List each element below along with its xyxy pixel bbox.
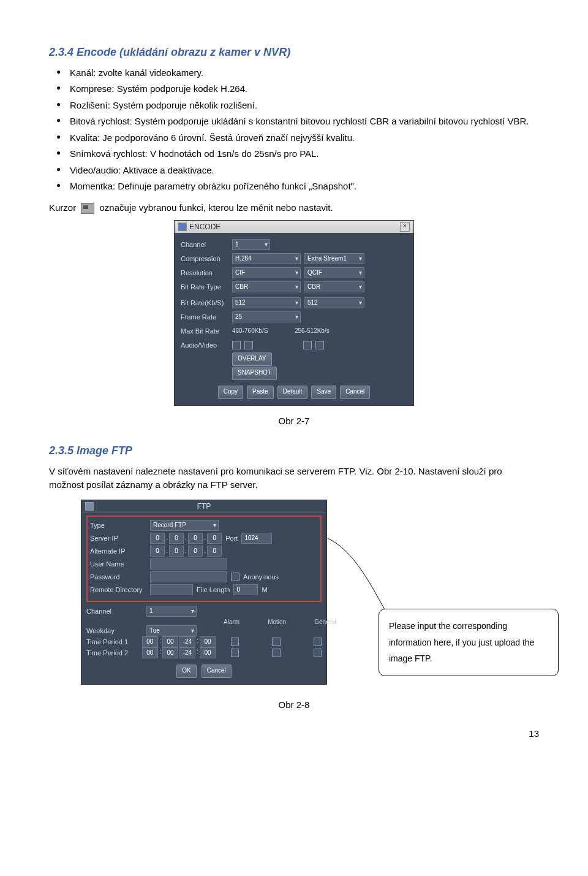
ftp-title: FTP (197, 502, 211, 511)
copy-button[interactable]: Copy (218, 386, 243, 399)
tp2-h2[interactable]: -24 (179, 647, 195, 658)
ftp-highlight-box: Type Record FTP Server IP 0. 0. 0. 0 Por… (86, 516, 322, 602)
ip-seg[interactable]: 0 (169, 546, 184, 557)
ip-seg[interactable]: 0 (150, 546, 165, 557)
ip-seg[interactable]: 0 (169, 533, 184, 544)
dd-bitrate2[interactable]: 512 (304, 297, 364, 308)
paste-button[interactable]: Paste (247, 386, 274, 399)
tp2-alarm-chk[interactable] (231, 649, 239, 657)
cursor-text-post: označuje vybranou funkci, kterou lze měn… (100, 202, 333, 213)
lbl-serverip: Server IP (90, 535, 146, 542)
dd-channel[interactable]: 1 (232, 239, 270, 250)
chk-av2[interactable] (244, 341, 253, 349)
chk-av4[interactable] (315, 341, 324, 349)
serverip-input[interactable]: 0. 0. 0. 0 (150, 533, 222, 544)
save-button[interactable]: Save (311, 386, 336, 399)
lbl-framerate: Frame Rate (181, 313, 228, 321)
lbl-password: Password (90, 573, 146, 581)
fig-caption-27: Obr 2-7 (49, 416, 539, 426)
lbl-username: User Name (90, 560, 146, 568)
tp1-m2[interactable]: 00 (200, 636, 216, 647)
dd-resolution2[interactable]: QCIF (304, 267, 364, 278)
tp2-m2[interactable]: 00 (200, 647, 216, 658)
bullet-item: Kanál: zvolte kanál videokamery. (56, 66, 539, 80)
default-button[interactable]: Default (277, 386, 308, 399)
lbl-ftp-channel: Channel (86, 607, 143, 615)
tp1-alarm-chk[interactable] (231, 638, 239, 646)
username-input[interactable] (150, 558, 227, 569)
dd-framerate[interactable]: 25 (232, 311, 301, 322)
ip-seg[interactable]: 0 (207, 533, 222, 544)
dd-brtype2[interactable]: CBR (304, 281, 364, 292)
val-maxbr: 480-760Kb/S (232, 327, 291, 334)
section-235-title: 2.3.5 Image FTP (49, 444, 539, 457)
lbl-maxbr: Max Bit Rate (181, 327, 228, 335)
bullet-item: Bitová rychlost: Systém podporuje ukládá… (56, 115, 539, 129)
tp1-h2[interactable]: -24 (179, 636, 195, 647)
tp2-m1[interactable]: 00 (162, 647, 178, 658)
dd-resolution[interactable]: CIF (232, 267, 301, 278)
overlay-button[interactable]: OVERLAY (232, 352, 272, 366)
chk-av1[interactable] (232, 341, 241, 349)
anon-checkbox[interactable] (231, 573, 239, 581)
lbl-compression: Compression (181, 255, 228, 262)
ip-seg[interactable]: 0 (188, 533, 203, 544)
ip-seg[interactable]: 0 (188, 546, 203, 557)
ip-seg[interactable]: 0 (207, 546, 222, 557)
tp1-motion-chk[interactable] (272, 638, 280, 646)
lbl-av: Audio/Video (181, 341, 228, 349)
ftp-title-icon (85, 502, 94, 511)
section-235-text: V síťovém nastavení naleznete nastavení … (49, 465, 539, 492)
password-input[interactable] (150, 571, 227, 582)
tp1-m1[interactable]: 00 (162, 636, 178, 647)
ok-button[interactable]: OK (176, 665, 196, 678)
page-number: 13 (49, 728, 539, 739)
encode-dialog: ENCODE × Channel 1 Compression H.264 Ext… (174, 220, 414, 406)
dd-ftp-type[interactable]: Record FTP (150, 520, 219, 531)
chk-av3[interactable] (303, 341, 312, 349)
filelen-input[interactable]: 0 (233, 584, 258, 595)
col-alarm: Alarm (224, 619, 239, 625)
cursor-text-pre: Kurzor (49, 202, 76, 213)
lbl-unit-m: M (262, 586, 267, 593)
lbl-anon: Anonymous (243, 573, 279, 581)
port-input[interactable]: 1024 (241, 533, 272, 544)
bullet-item: Momentka: Definuje parametry obrázku poř… (56, 180, 539, 194)
dd-ftp-channel[interactable]: 1 (146, 606, 197, 617)
tp1-general-chk[interactable] (314, 638, 322, 646)
val-maxbr2: 256-512Kb/s (295, 327, 330, 334)
bullet-item: Komprese: Systém podporuje kodek H.264. (56, 82, 539, 96)
snapshot-button[interactable]: SNAPSHOT (232, 367, 277, 380)
dd-compression[interactable]: H.264 (232, 253, 301, 264)
bullet-item: Video/audio: Aktivace a deaktivace. (56, 164, 539, 178)
tp2-general-chk[interactable] (314, 649, 322, 657)
section-234-title: 2.3.4 Encode (ukládání obrazu z kamer v … (49, 46, 539, 59)
callout-box: Please input the corresponding informati… (379, 609, 559, 676)
tp2-motion-chk[interactable] (272, 649, 280, 657)
col-general: General (314, 619, 336, 625)
tp1-h1[interactable]: 00 (142, 636, 158, 647)
lbl-remote: Remote Directory (90, 586, 146, 593)
dd-extrastream[interactable]: Extra Stream1 (304, 253, 364, 264)
encode-title-icon (178, 223, 187, 231)
dd-brtype[interactable]: CBR (232, 281, 301, 292)
remote-input[interactable] (150, 584, 193, 595)
dd-bitrate[interactable]: 512 (232, 297, 301, 308)
ip-seg[interactable]: 0 (150, 533, 165, 544)
ftp-cancel-button[interactable]: Cancel (202, 665, 232, 678)
cancel-button[interactable]: Cancel (340, 386, 370, 399)
cursor-icon (81, 203, 94, 214)
tp2-h1[interactable]: 00 (142, 647, 158, 658)
encode-titlebar: ENCODE × (175, 221, 413, 233)
lbl-resolution: Resolution (181, 269, 228, 276)
bullets-234: Kanál: zvolte kanál videokamery. Kompres… (49, 66, 539, 194)
cursor-line: Kurzor označuje vybranou funkci, kterou … (49, 202, 539, 214)
dd-weekday[interactable]: Tue (146, 625, 197, 636)
lbl-tp1: Time Period 1 (86, 638, 138, 646)
lbl-bitrate: Bit Rate(Kb/S) (181, 299, 228, 307)
lbl-weekday: Weekday (86, 627, 143, 634)
altip-input[interactable]: 0. 0. 0. 0 (150, 546, 222, 557)
lbl-altip: Alternate IP (90, 547, 146, 555)
lbl-tp2: Time Period 2 (86, 649, 138, 657)
close-icon[interactable]: × (400, 222, 410, 232)
